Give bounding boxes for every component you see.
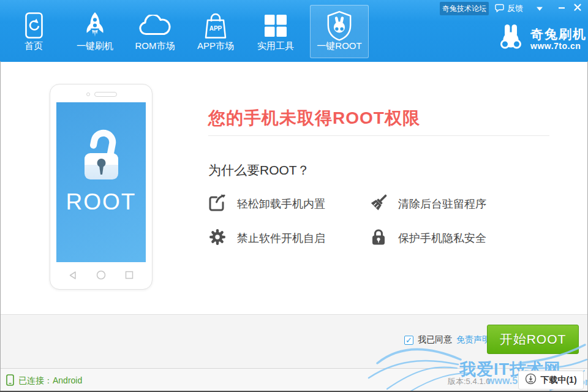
start-root-button[interactable]: 开始ROOT — [487, 325, 579, 354]
agree-checkbox[interactable]: ✓ — [404, 336, 413, 345]
rabbit-logo-icon — [497, 24, 524, 54]
feature-clean: 清除后台驻留程序 — [369, 194, 486, 214]
tab-label: 一键刷机 — [77, 40, 113, 52]
tab-label: 首页 — [24, 40, 43, 52]
brand-url: www.7to.cn — [530, 41, 587, 51]
connection-status: 已连接：Android — [18, 375, 82, 386]
screen-root-label: ROOT — [66, 189, 137, 215]
agree-row: ✓ 我已同意 免责声明 — [404, 334, 491, 345]
agree-label: 我已同意 — [418, 334, 452, 345]
feature-autostart: 禁止软件开机自启 — [208, 228, 325, 248]
tab-tools[interactable]: 实用工具 — [246, 5, 305, 58]
chevron-down-icon — [535, 3, 544, 14]
phone-camera-dot — [86, 92, 90, 96]
feature-label: 清除后台驻留程序 — [398, 197, 486, 211]
minimize-button[interactable] — [554, 2, 570, 15]
feature-label: 轻松卸载手机内置 — [237, 197, 325, 211]
rocket-icon — [83, 11, 107, 40]
tab-flash[interactable]: 一键刷机 — [66, 5, 124, 58]
lock-icon — [369, 228, 388, 249]
android-home-icon — [96, 270, 106, 282]
divider — [208, 135, 549, 136]
app-window: 奇兔技术论坛 反馈 — [0, 0, 588, 392]
uninstall-box-icon — [208, 194, 227, 214]
feedback-button[interactable]: 反馈 — [495, 2, 523, 15]
unlocked-padlock-icon — [70, 123, 132, 187]
tab-root[interactable]: 一键ROOT — [310, 5, 369, 58]
phone-nav-buttons — [69, 270, 134, 282]
section-title: 为什么要ROOT？ — [208, 162, 310, 179]
svg-text:APP: APP — [209, 25, 222, 32]
version-label: 版本:5.4.1.0 — [448, 376, 490, 387]
brand-name: 奇兔刷机 — [530, 27, 587, 41]
android-back-icon — [69, 271, 77, 282]
phone-speaker — [94, 92, 117, 97]
download-label: 下载中(1) — [540, 375, 576, 386]
app-bag-icon: APP — [203, 11, 228, 40]
download-icon — [525, 373, 537, 387]
tab-label: 一键ROOT — [317, 40, 361, 52]
brand-logo: 奇兔刷机 www.7to.cn — [497, 24, 587, 54]
android-recents-icon — [125, 271, 134, 282]
forum-button[interactable]: 奇兔技术论坛 — [440, 2, 489, 15]
tab-label: ROM市场 — [135, 40, 175, 52]
download-status-button[interactable]: 下载中(1) — [518, 371, 584, 390]
tab-label: 实用工具 — [257, 40, 294, 52]
dropdown-button[interactable] — [532, 2, 548, 15]
connected-phone-icon — [6, 374, 14, 388]
shield-rabbit-icon — [326, 11, 353, 40]
grid-icon — [264, 11, 287, 40]
gear-icon — [208, 228, 227, 249]
close-icon — [573, 3, 582, 14]
status-bar: 已连接：Android 版本:5.4.1.0 下载中(1) — [0, 368, 588, 392]
minimize-icon — [557, 3, 566, 14]
tab-home[interactable]: 首页 — [4, 5, 63, 58]
feature-label: 禁止软件开机自启 — [237, 231, 325, 246]
page-title: 您的手机未取得ROOT权限 — [208, 107, 420, 130]
broom-icon — [369, 194, 388, 214]
feature-uninstall: 轻松卸载手机内置 — [208, 194, 325, 214]
feature-label: 保护手机隐私安全 — [398, 231, 486, 246]
feature-privacy: 保护手机隐私安全 — [369, 228, 486, 248]
phone-illustration: ROOT — [50, 84, 153, 290]
feedback-bubble-icon — [495, 4, 504, 14]
cloud-icon — [138, 11, 172, 40]
header-bar: 奇兔技术论坛 反馈 — [0, 0, 588, 62]
tab-rom-market[interactable]: ROM市场 — [126, 5, 184, 58]
window-border-left — [0, 61, 1, 392]
tab-label: APP市场 — [197, 40, 234, 52]
disclaimer-link[interactable]: 免责声明 — [456, 334, 491, 345]
phone-screen: ROOT — [56, 102, 146, 262]
home-phone-refresh-icon — [24, 11, 43, 40]
tab-app-market[interactable]: APP APP市场 — [186, 5, 245, 58]
close-button[interactable] — [570, 2, 586, 15]
feedback-label: 反馈 — [507, 3, 523, 14]
